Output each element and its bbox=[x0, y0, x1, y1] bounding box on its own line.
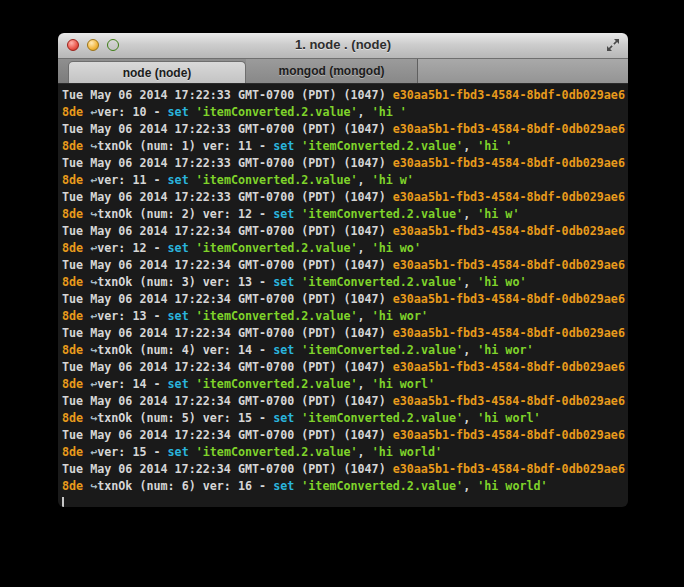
text-segment: 'itemConverted.2.value' bbox=[301, 139, 463, 153]
terminal-line: Tue May 06 2014 17:22:34 GMT-0700 (PDT) … bbox=[62, 427, 628, 444]
terminal-output[interactable]: Tue May 06 2014 17:22:33 GMT-0700 (PDT) … bbox=[58, 84, 628, 507]
text-segment: Tue May 06 2014 17:22:33 GMT-0700 (PDT) … bbox=[62, 190, 393, 204]
text-segment: 'itemConverted.2.value' bbox=[301, 411, 463, 425]
text-segment: , bbox=[463, 207, 477, 221]
text-segment: 'hi ' bbox=[477, 139, 512, 153]
text-segment: e30aa5b1-fbd3-4584-8bdf-0db029ae6 bbox=[393, 292, 625, 306]
terminal-line: Tue May 06 2014 17:22:34 GMT-0700 (PDT) … bbox=[62, 325, 628, 342]
text-segment: 8de bbox=[62, 241, 90, 255]
titlebar[interactable]: 1. node . (node) bbox=[58, 33, 628, 59]
text-segment: , bbox=[463, 275, 477, 289]
terminal-window: 1. node . (node) node (node) mongod (mon… bbox=[58, 33, 628, 507]
text-segment: 8de bbox=[62, 445, 90, 459]
text-segment: e30aa5b1-fbd3-4584-8bdf-0db029ae6 bbox=[393, 258, 625, 272]
text-segment: 'hi wo' bbox=[477, 275, 526, 289]
terminal-line: Tue May 06 2014 17:22:33 GMT-0700 (PDT) … bbox=[62, 121, 628, 138]
text-segment: set bbox=[273, 207, 294, 221]
text-segment: e30aa5b1-fbd3-4584-8bdf-0db029ae6 bbox=[393, 122, 625, 136]
text-segment: Tue May 06 2014 17:22:34 GMT-0700 (PDT) … bbox=[62, 428, 393, 442]
text-segment: 'itemConverted.2.value' bbox=[196, 241, 358, 255]
text-segment: e30aa5b1-fbd3-4584-8bdf-0db029ae6 bbox=[393, 428, 625, 442]
text-segment: set bbox=[168, 173, 189, 187]
text-segment: Tue May 06 2014 17:22:34 GMT-0700 (PDT) … bbox=[62, 360, 393, 374]
text-segment: set bbox=[273, 411, 294, 425]
text-segment: set bbox=[273, 343, 294, 357]
text-segment: set bbox=[168, 241, 189, 255]
tab-node[interactable]: node (node) bbox=[68, 61, 246, 83]
tab-bar-filler bbox=[418, 59, 628, 83]
text-segment: 8de bbox=[62, 343, 90, 357]
terminal-line: 8de ↩ver: 15 - set 'itemConverted.2.valu… bbox=[62, 444, 628, 461]
text-segment: 'itemConverted.2.value' bbox=[196, 445, 358, 459]
text-segment: 'hi ' bbox=[372, 105, 407, 119]
terminal-line: 8de ↪txnOk (num: 5) ver: 15 - set 'itemC… bbox=[62, 410, 628, 427]
tab-mongod[interactable]: mongod (mongod) bbox=[246, 59, 418, 83]
terminal-line: Tue May 06 2014 17:22:34 GMT-0700 (PDT) … bbox=[62, 359, 628, 376]
text-segment: set bbox=[273, 275, 294, 289]
text-segment: Tue May 06 2014 17:22:34 GMT-0700 (PDT) … bbox=[62, 224, 393, 238]
text-segment: txnOk (num: 2) ver: 12 - bbox=[97, 207, 273, 221]
text-segment: set bbox=[168, 309, 189, 323]
text-segment bbox=[189, 309, 196, 323]
window-title: 1. node . (node) bbox=[58, 37, 628, 52]
text-segment: e30aa5b1-fbd3-4584-8bdf-0db029ae6 bbox=[393, 326, 625, 340]
text-segment: , bbox=[463, 479, 477, 493]
text-segment: 'itemConverted.2.value' bbox=[301, 343, 463, 357]
text-segment: ver: 12 - bbox=[97, 241, 167, 255]
terminal-line: 8de ↪txnOk (num: 2) ver: 12 - set 'itemC… bbox=[62, 206, 628, 223]
text-segment: txnOk (num: 4) ver: 14 - bbox=[97, 343, 273, 357]
text-segment: 'hi world' bbox=[372, 445, 442, 459]
text-segment: 8de bbox=[62, 207, 90, 221]
text-segment: e30aa5b1-fbd3-4584-8bdf-0db029ae6 bbox=[393, 360, 625, 374]
text-segment: , bbox=[358, 173, 372, 187]
text-segment: 'hi wor' bbox=[477, 343, 533, 357]
resize-icon[interactable] bbox=[605, 37, 621, 53]
text-segment: 8de bbox=[62, 173, 90, 187]
text-segment: 'hi wo' bbox=[372, 241, 421, 255]
text-segment: 'itemConverted.2.value' bbox=[301, 479, 463, 493]
text-segment: , bbox=[358, 105, 372, 119]
text-segment: , bbox=[358, 377, 372, 391]
text-segment: e30aa5b1-fbd3-4584-8bdf-0db029ae6 bbox=[393, 156, 625, 170]
text-segment: , bbox=[358, 309, 372, 323]
text-segment: , bbox=[358, 241, 372, 255]
terminal-line: 8de ↩ver: 11 - set 'itemConverted.2.valu… bbox=[62, 172, 628, 189]
text-segment: e30aa5b1-fbd3-4584-8bdf-0db029ae6 bbox=[393, 190, 625, 204]
text-segment: 'itemConverted.2.value' bbox=[301, 275, 463, 289]
text-segment: ver: 10 - bbox=[97, 105, 167, 119]
text-segment: 'itemConverted.2.value' bbox=[301, 207, 463, 221]
text-segment: e30aa5b1-fbd3-4584-8bdf-0db029ae6 bbox=[393, 394, 625, 408]
text-segment: 8de bbox=[62, 479, 90, 493]
text-segment: ver: 11 - bbox=[97, 173, 167, 187]
text-segment: 8de bbox=[62, 105, 90, 119]
text-segment: set bbox=[168, 377, 189, 391]
text-segment: 'hi w' bbox=[372, 173, 414, 187]
text-segment: e30aa5b1-fbd3-4584-8bdf-0db029ae6 bbox=[393, 224, 625, 238]
text-segment: 'hi worl' bbox=[372, 377, 435, 391]
text-segment: 'hi worl' bbox=[477, 411, 540, 425]
text-segment bbox=[189, 377, 196, 391]
terminal-line: Tue May 06 2014 17:22:34 GMT-0700 (PDT) … bbox=[62, 257, 628, 274]
text-segment: 8de bbox=[62, 275, 90, 289]
text-segment: Tue May 06 2014 17:22:34 GMT-0700 (PDT) … bbox=[62, 326, 393, 340]
text-segment: 'itemConverted.2.value' bbox=[196, 377, 358, 391]
terminal-line: 8de ↪txnOk (num: 1) ver: 11 - set 'itemC… bbox=[62, 138, 628, 155]
text-segment: 'hi wor' bbox=[372, 309, 428, 323]
text-segment: 'hi w' bbox=[477, 207, 519, 221]
text-segment: txnOk (num: 1) ver: 11 - bbox=[97, 139, 273, 153]
text-segment: 8de bbox=[62, 139, 90, 153]
terminal-line: 8de ↪txnOk (num: 4) ver: 14 - set 'itemC… bbox=[62, 342, 628, 359]
text-segment: txnOk (num: 5) ver: 15 - bbox=[97, 411, 273, 425]
text-segment: 8de bbox=[62, 411, 90, 425]
text-segment: Tue May 06 2014 17:22:33 GMT-0700 (PDT) … bbox=[62, 88, 393, 102]
text-segment: Tue May 06 2014 17:22:33 GMT-0700 (PDT) … bbox=[62, 156, 393, 170]
text-segment: ver: 14 - bbox=[97, 377, 167, 391]
text-segment: Tue May 06 2014 17:22:34 GMT-0700 (PDT) … bbox=[62, 394, 393, 408]
text-segment: ver: 13 - bbox=[97, 309, 167, 323]
text-segment: 'itemConverted.2.value' bbox=[196, 105, 358, 119]
text-segment: e30aa5b1-fbd3-4584-8bdf-0db029ae6 bbox=[393, 462, 625, 476]
tab-bar: node (node) mongod (mongod) bbox=[58, 59, 628, 84]
text-segment: 'hi world' bbox=[477, 479, 547, 493]
text-segment: , bbox=[463, 411, 477, 425]
text-segment: txnOk (num: 6) ver: 16 - bbox=[97, 479, 273, 493]
